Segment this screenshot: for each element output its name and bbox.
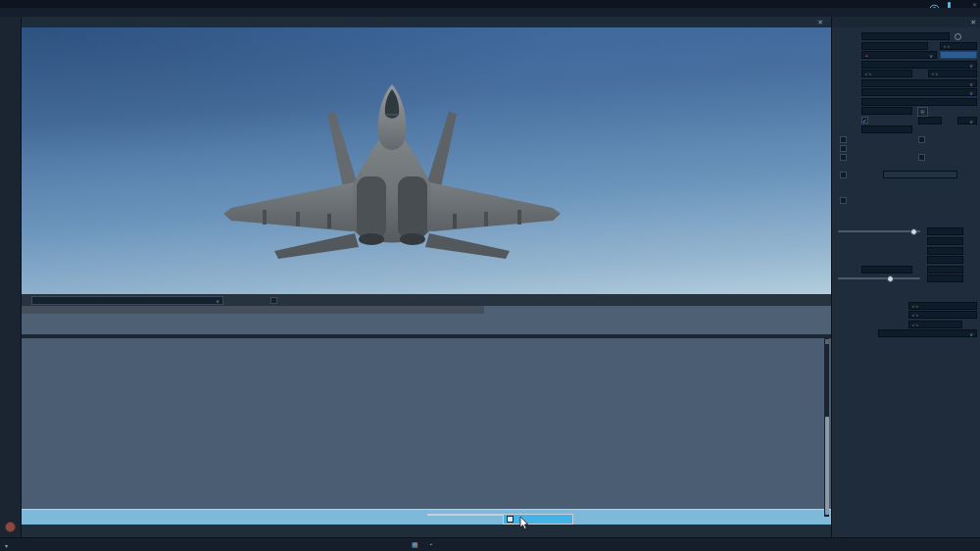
help-icon[interactable]: [955, 33, 961, 40]
pilot-input[interactable]: [861, 98, 977, 106]
mission-payload-section: [22, 314, 831, 334]
weapons-weight-value: [927, 256, 963, 264]
combat-button[interactable]: [940, 51, 977, 59]
paint-loadout-close-icon[interactable]: ✕: [817, 19, 823, 25]
weight-ratio-value: [927, 275, 963, 282]
task-select[interactable]: ∨: [861, 61, 977, 69]
gun-spinner[interactable]: ‹ ›: [908, 321, 962, 328]
skill-select[interactable]: ∨: [861, 88, 977, 96]
airplane-group-close-icon[interactable]: ✕: [970, 19, 976, 25]
chevron-down-icon: ∨: [216, 298, 220, 304]
ammo-type-select[interactable]: ∨: [878, 329, 977, 337]
country-flag-icon: ▪: [865, 52, 867, 59]
country-select[interactable]: ▪ ∨: [861, 51, 937, 59]
hidden-on-mfd-checkbox[interactable]: [840, 154, 847, 161]
unit-count-spinner[interactable]: ‹ ›: [861, 70, 912, 77]
fuel-tank-submenu-item[interactable]: [503, 514, 573, 525]
scrollbar-thumb[interactable]: [825, 417, 829, 515]
payload-table-header: [22, 306, 831, 334]
main-menu-bar: [0, 8, 980, 17]
hidden-on-map-checkbox[interactable]: [840, 136, 847, 143]
civil-plane-checkbox[interactable]: [840, 197, 847, 204]
airplane-group-panel: ✕ ‹ › ▪ ∨ ∨ ‹ ›: [831, 17, 980, 537]
internal-fuel-value: [927, 227, 963, 235]
callsign-input[interactable]: [861, 125, 912, 133]
paint-scheme-select[interactable]: ∨: [31, 296, 223, 305]
station-number-strip: [22, 306, 484, 314]
paint-scheme-bar: ∨: [22, 294, 831, 306]
fuel-weight-value: [927, 237, 963, 245]
payload-table: [22, 338, 831, 509]
window-close-icon[interactable]: ✕: [972, 1, 977, 8]
title-bar: ✕: [0, 0, 980, 8]
paint-loadout-header: ✕: [22, 17, 831, 27]
modulation-select[interactable]: ∨: [957, 117, 977, 125]
record-indicator: [5, 522, 16, 532]
payload-context-menu: [427, 514, 503, 516]
condition-input[interactable]: [861, 42, 928, 50]
radio-checkbox[interactable]: ✓: [861, 117, 868, 124]
fuel-tank-checkbox[interactable]: [507, 516, 514, 523]
password-checkbox[interactable]: [840, 172, 847, 178]
table-scrollbar[interactable]: [824, 338, 829, 517]
model-viewport[interactable]: [22, 27, 831, 294]
max-weight-input[interactable]: [861, 266, 912, 274]
payload-button-bar: [22, 525, 831, 537]
new-payload-row-selected[interactable]: [22, 509, 831, 525]
frequency-input[interactable]: [918, 117, 942, 125]
late-activation-checkbox[interactable]: [918, 154, 925, 161]
empty-weight-value: [927, 247, 963, 255]
stopwatch-icon[interactable]: ◔: [428, 541, 432, 548]
unit-total-spinner[interactable]: ‹ ›: [928, 70, 977, 77]
condition-spinner[interactable]: ‹ ›: [940, 42, 977, 50]
mission-editor-screen: ✕ ✕: [0, 0, 980, 551]
group-name-input[interactable]: [861, 32, 950, 40]
tail-number-input[interactable]: [861, 107, 912, 115]
weight-ratio-slider[interactable]: [838, 277, 920, 279]
preset-dropdown[interactable]: ▾: [5, 542, 8, 549]
hidden-on-planner-checkbox[interactable]: [840, 145, 847, 152]
payload-restriction-checkbox[interactable]: [270, 297, 277, 304]
aircraft-model: [22, 27, 831, 294]
total-weight-value: [927, 266, 963, 274]
flare-spinner[interactable]: ‹ ›: [908, 311, 977, 319]
paste-icon[interactable]: ⎘: [917, 107, 928, 117]
type-select[interactable]: ∨: [861, 79, 977, 87]
chaff-spinner[interactable]: ‹ ›: [908, 302, 977, 310]
layers-icon[interactable]: ▦: [412, 541, 418, 549]
scroll-up-button[interactable]: [825, 339, 829, 344]
status-bar: ▾ ▦ ◔: [0, 537, 980, 551]
editor-toolbar: [0, 17, 22, 537]
dyn-spawn-template-checkbox[interactable]: [918, 136, 925, 143]
internal-fuel-slider[interactable]: [838, 230, 920, 232]
route-action-toolbar: [832, 181, 980, 193]
airplane-group-header: ✕: [832, 17, 980, 27]
password-input[interactable]: [883, 171, 957, 178]
